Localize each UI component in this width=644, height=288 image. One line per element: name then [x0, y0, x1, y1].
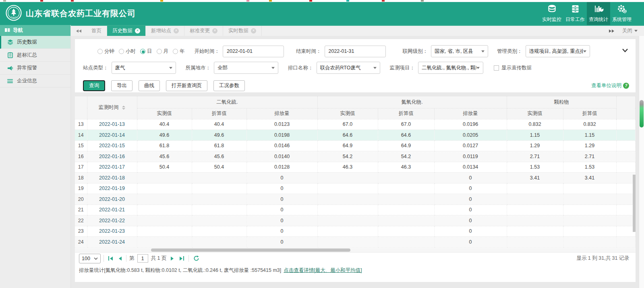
city-select[interactable]: 全部 — [214, 62, 278, 74]
horizontal-scrollbar-thumb[interactable] — [151, 248, 350, 252]
table-row[interactable]: 222022-01-2200 — [75, 215, 636, 226]
radio-hour[interactable]: 小时 — [119, 48, 136, 55]
emission-stats: 排放量统计[氮氧化物:0.583 t, 颗粒物:0.0102 t, 二氧化硫.:… — [79, 267, 281, 274]
table-row[interactable]: 212022-01-2100 — [75, 205, 636, 215]
table-row[interactable]: 172022-01-1750.450.40.012846.346.30.0134… — [75, 162, 636, 173]
table-row[interactable]: 162022-01-1645.645.60.014054.254.20.0119… — [75, 151, 636, 162]
direct-data-checkbox[interactable]: 显示直传数据 — [494, 65, 532, 71]
export-button[interactable]: 导出 — [111, 80, 133, 91]
prev-page-button[interactable] — [117, 257, 123, 261]
table-vertical-scrollbar[interactable] — [633, 175, 636, 232]
table-row[interactable]: 142022-01-1449.649.60.019864.664.60.0205… — [75, 130, 636, 141]
tab-realtime-data[interactable]: 实时数据 × — [223, 26, 262, 36]
manage-type-select[interactable]: 违规项目, 高架源, 重点排 — [526, 45, 590, 57]
sidebar-item-enterprise-info[interactable]: 企业信息 — [0, 75, 70, 88]
sidebar-item-history-data[interactable]: 历史数据 — [0, 36, 70, 49]
outlet-select[interactable]: 联合农药RTO废气 — [317, 62, 380, 74]
radio-minute[interactable]: 分钟 — [97, 48, 114, 55]
cell: 0 — [246, 194, 317, 205]
table-row[interactable]: 192022-01-1900 — [75, 183, 636, 194]
sidebar-item-exceed-summary[interactable]: 超标汇总 — [0, 49, 70, 62]
page-number-input[interactable] — [137, 254, 148, 263]
cell — [616, 162, 635, 173]
monitor-items-select[interactable]: 二氧化硫., 氮氧化物., 颗粒 — [418, 62, 483, 74]
cell — [507, 237, 563, 248]
tab-home[interactable]: 首页 — [86, 26, 107, 36]
nav-item-system-management[interactable]: 系统管理 — [610, 2, 634, 25]
radio-month[interactable]: 月 — [157, 48, 169, 55]
tab-history-data[interactable]: 历史数据 × — [107, 26, 146, 36]
network-level-select[interactable]: 国家, 省, 市, 区县 — [431, 45, 488, 57]
tabs-scroll-left-icon[interactable] — [71, 26, 86, 36]
cabinet-icon — [570, 4, 580, 15]
tab-label: 新增站点 — [151, 27, 171, 34]
sort-icon[interactable] — [122, 106, 125, 110]
radio-day[interactable]: 日 — [140, 48, 152, 55]
favicon-dot — [40, 0, 43, 2]
col-header: 折算值 — [192, 108, 246, 119]
tabs-scroll-right-icon[interactable] — [604, 26, 619, 36]
close-menu-dropdown[interactable]: 关闭 — [619, 26, 644, 36]
company-name: 山东省联合农药工业有限公司 — [26, 8, 136, 19]
first-page-button[interactable] — [107, 256, 114, 261]
horizontal-scrollbar-track[interactable] — [75, 248, 636, 252]
close-tab-icon[interactable]: × — [174, 28, 179, 33]
table-row[interactable]: 152022-01-1561.861.80.014664.964.90.0127… — [75, 140, 636, 151]
cell: 61.8 — [137, 140, 192, 151]
table-row[interactable]: 202022-01-2000 — [75, 194, 636, 205]
close-tab-icon[interactable]: × — [135, 28, 140, 33]
nav-item-realtime-monitor[interactable]: 实时监控 — [540, 2, 563, 25]
cell-date: 2022-01-14 — [87, 130, 137, 141]
stats-detail-link[interactable]: 点击查看详情[最大、最小和平均值] — [284, 267, 362, 274]
table-row[interactable]: 132022-01-1340.440.40.012367.067.00.0196… — [75, 119, 636, 130]
cell-date: 2022-01-17 — [87, 162, 137, 173]
station-type-select[interactable]: 废气 — [112, 62, 176, 74]
close-tab-icon[interactable]: × — [251, 28, 256, 33]
table-row[interactable]: 232022-01-2300 — [75, 226, 636, 237]
tab-new-station[interactable]: 新增站点 × — [146, 26, 184, 36]
cell — [192, 194, 246, 205]
end-time-input[interactable] — [325, 46, 386, 57]
table-row[interactable]: 182022-01-18003.413.41 — [75, 173, 636, 184]
cell: 0 — [246, 173, 317, 184]
cell-date: 2022-01-16 — [87, 151, 137, 162]
start-time-input[interactable] — [223, 46, 284, 57]
cell: 1.29 — [507, 140, 563, 151]
open-new-query-button[interactable]: 打开新查询页 — [166, 80, 207, 91]
next-page-button[interactable] — [169, 257, 175, 261]
query-button[interactable]: 查询 — [83, 80, 105, 91]
nav-item-daily-work[interactable]: 日常工作 — [563, 2, 587, 25]
cell: 0 — [434, 173, 507, 184]
refresh-button[interactable] — [192, 255, 201, 261]
operating-params-button[interactable]: 工况参数 — [213, 80, 245, 91]
cell — [378, 226, 434, 237]
sidebar-item-label: 历史数据 — [17, 39, 37, 46]
cell — [378, 237, 434, 248]
clipboard-icon — [7, 52, 13, 58]
tab-bar: 首页 历史数据 × 新增站点 × 标准变更 × 实时数据 × 关闭 — [71, 25, 644, 36]
cell: 0 — [246, 215, 317, 226]
gear-icon — [617, 4, 627, 15]
collapse-filters-icon[interactable] — [622, 48, 628, 54]
cell: 0.0146 — [246, 140, 317, 151]
page-scrollbar-track[interactable] — [639, 36, 644, 288]
checkbox-label: 显示直传数据 — [501, 65, 532, 71]
cell — [563, 226, 616, 237]
cell: 0.0127 — [434, 140, 507, 151]
last-page-button[interactable] — [178, 256, 186, 261]
cell-date: 2022-01-20 — [87, 194, 137, 205]
page-size-select[interactable]: 100 — [79, 254, 101, 263]
close-tab-icon[interactable]: × — [212, 28, 217, 33]
app-header: 山东省联合农药工业有限公司 实时监控 — [0, 2, 644, 25]
unit-explanation-link[interactable]: 查看单位说明 ? — [591, 82, 629, 89]
sidebar-item-abnormal-alarm[interactable]: 异常报警 — [0, 62, 70, 75]
page-scrollbar-thumb[interactable] — [640, 100, 644, 127]
tab-standard-change[interactable]: 标准变更 × — [184, 26, 223, 36]
cell: 14 — [75, 130, 87, 141]
nav-item-query-statistics[interactable]: 查询统计 — [587, 2, 610, 25]
time-column-header[interactable]: 监测时间 — [87, 96, 137, 119]
cell — [192, 226, 246, 237]
radio-year[interactable]: 年 — [173, 48, 185, 55]
curve-button[interactable]: 曲线 — [139, 80, 160, 91]
table-row[interactable]: 242022-01-2400 — [75, 237, 636, 248]
